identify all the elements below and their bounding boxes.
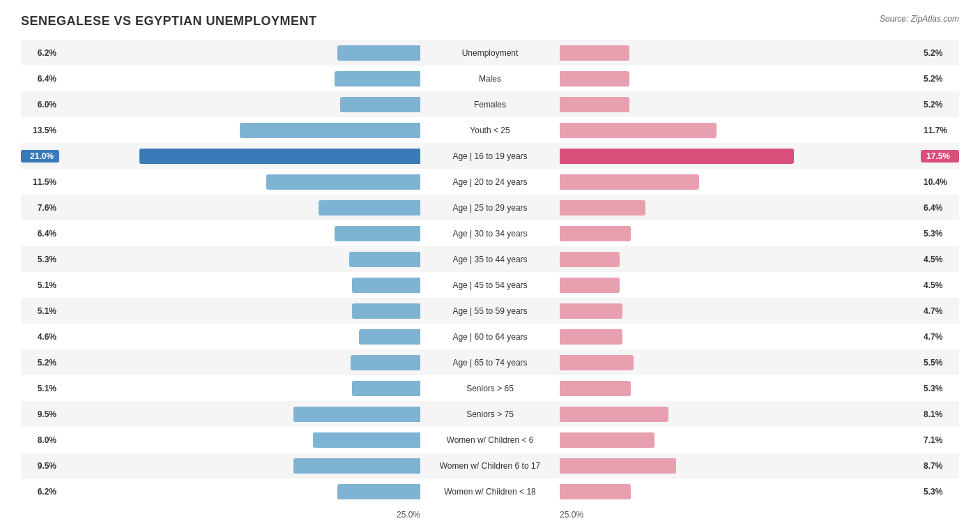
left-bar-area	[59, 278, 420, 293]
chart-header: SENEGALESE VS EGYPTIAN UNEMPLOYMENT Sour…	[21, 14, 959, 29]
left-bar	[313, 432, 420, 448]
right-bar	[560, 97, 629, 112]
center-label: Women w/ Children < 6	[420, 435, 560, 445]
left-bar	[240, 123, 420, 138]
right-value: 8.1%	[921, 409, 959, 419]
bar-row: 5.1% Age | 45 to 54 years 4.5%	[21, 272, 959, 298]
bar-row: 9.5% Women w/ Children 6 to 17 8.7%	[21, 453, 959, 478]
left-bar	[337, 484, 420, 499]
left-value: 5.3%	[21, 255, 59, 264]
center-label: Unemployment	[420, 48, 560, 58]
bar-row: 6.0% Females 5.2%	[21, 91, 959, 117]
left-value: 21.0%	[21, 150, 59, 163]
right-value: 7.1%	[921, 435, 959, 445]
left-value: 7.6%	[21, 203, 59, 213]
bar-row: 6.2% Women w/ Children < 18 5.3%	[21, 478, 959, 504]
right-bar-area	[560, 174, 921, 190]
center-label: Women w/ Children < 18	[420, 487, 560, 497]
left-bar-area	[59, 200, 420, 216]
right-value: 5.3%	[921, 384, 959, 393]
left-value: 9.5%	[21, 409, 59, 419]
bar-row: 11.5% Age | 20 to 24 years 10.4%	[21, 169, 959, 195]
right-value: 11.7%	[921, 126, 959, 135]
right-bar	[560, 252, 620, 267]
left-bar	[319, 200, 420, 216]
right-bar-area	[560, 45, 921, 61]
left-bar	[337, 45, 420, 61]
bar-row: 6.4% Age | 30 to 34 years 5.3%	[21, 220, 959, 246]
right-bar-area	[560, 226, 921, 241]
bar-row: 5.1% Age | 55 to 59 years 4.7%	[21, 298, 959, 324]
right-bar-area	[560, 329, 921, 345]
left-value: 5.2%	[21, 358, 59, 368]
center-label: Age | 55 to 59 years	[420, 306, 560, 316]
right-bar-area	[560, 484, 921, 499]
left-bar-area	[59, 226, 420, 241]
left-value: 11.5%	[21, 177, 59, 187]
center-label: Males	[420, 74, 560, 84]
right-value: 5.2%	[921, 48, 959, 58]
bar-row: 21.0% Age | 16 to 19 years 17.5%	[21, 143, 959, 169]
chart-container: SENEGALESE VS EGYPTIAN UNEMPLOYMENT Sour…	[0, 0, 980, 528]
right-bar-area	[560, 432, 921, 448]
right-bar	[560, 303, 622, 319]
left-bar-area	[59, 174, 420, 190]
right-bar-area	[560, 200, 921, 216]
axis-label-right: 25.0%	[560, 510, 921, 520]
bar-row: 13.5% Youth < 25 11.7%	[21, 117, 959, 143]
left-bar-area	[59, 484, 420, 499]
center-label: Age | 25 to 29 years	[420, 203, 560, 213]
bar-row: 7.6% Age | 25 to 29 years 6.4%	[21, 195, 959, 220]
left-bar	[335, 226, 420, 241]
left-value: 6.4%	[21, 229, 59, 239]
bar-row: 4.6% Age | 60 to 64 years 4.7%	[21, 324, 959, 349]
right-value: 4.5%	[921, 280, 959, 290]
left-value: 8.0%	[21, 435, 59, 445]
bar-row: 5.3% Age | 35 to 44 years 4.5%	[21, 246, 959, 272]
left-bar	[352, 278, 420, 293]
bar-row: 9.5% Seniors > 75 8.1%	[21, 401, 959, 427]
center-label: Women w/ Children 6 to 17	[420, 461, 560, 471]
right-bar	[560, 432, 654, 448]
left-value: 6.0%	[21, 100, 59, 110]
left-bar	[352, 381, 420, 396]
left-bar-area	[59, 71, 420, 86]
right-bar	[560, 45, 629, 61]
right-bar-area	[560, 407, 921, 422]
right-value: 4.7%	[921, 306, 959, 316]
right-bar	[560, 149, 794, 164]
center-label: Females	[420, 100, 560, 110]
left-value: 6.2%	[21, 48, 59, 58]
center-label: Age | 30 to 34 years	[420, 229, 560, 239]
chart-title: SENEGALESE VS EGYPTIAN UNEMPLOYMENT	[21, 14, 317, 29]
axis-row: 25.0% 25.0%	[21, 510, 959, 520]
right-bar	[560, 174, 699, 190]
right-bar-area	[560, 149, 921, 164]
left-bar-area	[59, 45, 420, 61]
left-value: 5.1%	[21, 306, 59, 316]
center-label: Age | 45 to 54 years	[420, 280, 560, 290]
left-bar-area	[59, 303, 420, 319]
left-bar-area	[59, 329, 420, 345]
left-bar	[335, 71, 420, 86]
bar-row: 5.2% Age | 65 to 74 years 5.5%	[21, 349, 959, 375]
left-bar	[352, 303, 420, 319]
right-bar-area	[560, 278, 921, 293]
right-value: 6.4%	[921, 203, 959, 213]
right-bar-area	[560, 381, 921, 396]
left-bar-area	[59, 407, 420, 422]
right-bar	[560, 407, 668, 422]
right-value: 8.7%	[921, 461, 959, 471]
right-value: 5.3%	[921, 487, 959, 497]
left-bar	[351, 355, 420, 370]
chart-source: Source: ZipAtlas.com	[880, 14, 959, 24]
left-bar	[293, 407, 420, 422]
right-bar-area	[560, 252, 921, 267]
center-label: Seniors > 75	[420, 409, 560, 419]
left-bar-area	[59, 97, 420, 112]
right-bar-area	[560, 71, 921, 86]
left-bar	[293, 458, 420, 474]
left-bar-area	[59, 355, 420, 370]
right-value: 10.4%	[921, 177, 959, 187]
right-bar	[560, 278, 620, 293]
